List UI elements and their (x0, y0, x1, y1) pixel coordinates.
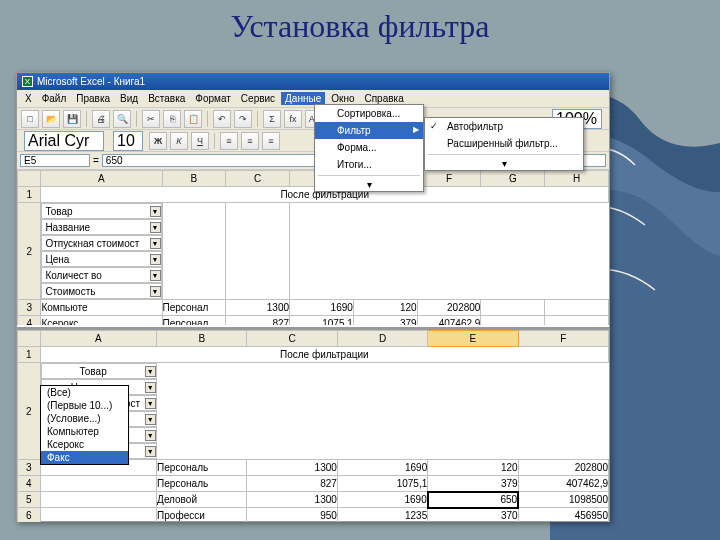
cell[interactable]: 950 (247, 508, 337, 523)
cell[interactable]: Професси (157, 508, 247, 523)
filter-arrow-icon[interactable]: ▼ (150, 270, 161, 281)
cell[interactable]: 407462,9 (417, 316, 481, 326)
cell[interactable] (40, 492, 157, 508)
filter-arrow-icon[interactable]: ▼ (150, 222, 161, 233)
filter-arrow-icon[interactable]: ▼ (145, 446, 156, 457)
bold-icon[interactable]: Ж (149, 132, 167, 150)
menu-advfilter[interactable]: Расширенный фильтр... (425, 135, 583, 152)
menu-autofilter[interactable]: ✓Автофильтр (425, 118, 583, 135)
col-header[interactable]: B (157, 331, 247, 347)
row-header[interactable]: 4 (18, 316, 41, 326)
filter-arrow-icon[interactable]: ▼ (150, 286, 161, 297)
undo-icon[interactable]: ↶ (213, 110, 231, 128)
align-right-icon[interactable]: ≡ (262, 132, 280, 150)
cell[interactable]: 1235 (337, 508, 427, 523)
cell[interactable]: 1075,1 (337, 476, 427, 492)
cell[interactable]: Персонал (162, 300, 226, 316)
menu-expand[interactable]: ▾ (315, 178, 423, 191)
print-icon[interactable]: 🖨 (92, 110, 110, 128)
cut-icon[interactable]: ✂ (142, 110, 160, 128)
cell[interactable]: 370 (428, 508, 518, 523)
filter-arrow-icon[interactable]: ▼ (150, 206, 161, 217)
menu-filter[interactable]: Фильтр▶ (315, 122, 423, 139)
row-header[interactable]: 3 (18, 300, 41, 316)
col-header[interactable]: E (428, 331, 518, 347)
cell[interactable]: 1690 (290, 300, 354, 316)
paste-icon[interactable]: 📋 (184, 110, 202, 128)
cell[interactable]: 1300 (247, 460, 337, 476)
font-name[interactable]: Arial Cyr (24, 131, 104, 151)
row-header[interactable]: 5 (18, 492, 41, 508)
menu-edit[interactable]: Правка (72, 92, 114, 105)
sum-icon[interactable]: Σ (263, 110, 281, 128)
menu-form[interactable]: Форма... (315, 139, 423, 156)
col-header[interactable]: C (226, 171, 290, 187)
filter-arrow-icon[interactable]: ▼ (145, 382, 156, 393)
filter-arrow-icon[interactable]: ▼ (150, 254, 161, 265)
align-left-icon[interactable]: ≡ (220, 132, 238, 150)
filter-option[interactable]: (Условие...) (41, 412, 128, 425)
col-header[interactable]: B (162, 171, 226, 187)
row-header[interactable]: 6 (18, 508, 41, 523)
cell[interactable]: 407462,9 (518, 476, 608, 492)
col-header[interactable]: A (41, 171, 162, 187)
filter-option[interactable]: (Все) (41, 386, 128, 399)
menu-view[interactable]: Вид (116, 92, 142, 105)
cell[interactable]: 379 (353, 316, 417, 326)
cell[interactable]: 650 (428, 492, 518, 508)
filter-arrow-icon[interactable]: ▼ (150, 238, 161, 249)
filter-dropdown[interactable]: (Все)(Первые 10...)(Условие...)Компьютер… (40, 385, 129, 465)
cell[interactable]: 827 (247, 476, 337, 492)
col-header[interactable]: H (545, 171, 609, 187)
cell[interactable]: Персональ (157, 476, 247, 492)
filter-arrow-icon[interactable]: ▼ (145, 398, 156, 409)
filter-option[interactable]: Ксерокс (41, 438, 128, 451)
row-header[interactable]: 3 (18, 460, 41, 476)
menu-format[interactable]: Формат (191, 92, 235, 105)
row-header[interactable]: 4 (18, 476, 41, 492)
row-header[interactable]: 2 (18, 203, 41, 300)
filter-arrow-icon[interactable]: ▼ (145, 366, 156, 377)
row-header[interactable]: 2 (18, 363, 41, 460)
cell[interactable]: 120 (428, 460, 518, 476)
name-box[interactable]: E5 (20, 154, 90, 167)
cell[interactable]: 202800 (417, 300, 481, 316)
cell[interactable] (40, 476, 157, 492)
filter-option[interactable]: (Первые 10...) (41, 399, 128, 412)
col-header[interactable]: C (247, 331, 337, 347)
cell[interactable]: 1300 (247, 492, 337, 508)
cell[interactable]: Персонал (162, 316, 226, 326)
col-header[interactable]: F (417, 171, 481, 187)
redo-icon[interactable]: ↷ (234, 110, 252, 128)
italic-icon[interactable]: К (170, 132, 188, 150)
filter-option[interactable]: Компьютер (41, 425, 128, 438)
cell[interactable]: Персональ (157, 460, 247, 476)
cell[interactable]: 202800 (518, 460, 608, 476)
cell[interactable]: 120 (353, 300, 417, 316)
cell[interactable]: 827 (226, 316, 290, 326)
cell[interactable] (40, 508, 157, 523)
cell[interactable]: 1690 (337, 492, 427, 508)
open-icon[interactable]: 📂 (42, 110, 60, 128)
cell[interactable]: 456950 (518, 508, 608, 523)
menu-tools[interactable]: Сервис (237, 92, 279, 105)
menu-subtotals[interactable]: Итоги... (315, 156, 423, 173)
cell[interactable]: 1098500 (518, 492, 608, 508)
new-icon[interactable]: □ (21, 110, 39, 128)
preview-icon[interactable]: 🔍 (113, 110, 131, 128)
menu-file[interactable]: Файл (38, 92, 71, 105)
cell[interactable]: 379 (428, 476, 518, 492)
fx-icon[interactable]: fx (284, 110, 302, 128)
cell[interactable]: 1300 (226, 300, 290, 316)
save-icon[interactable]: 💾 (63, 110, 81, 128)
col-header[interactable]: F (518, 331, 608, 347)
underline-icon[interactable]: Ч (191, 132, 209, 150)
menu-sort[interactable]: Сортировка... (315, 105, 423, 122)
data-menu-dropdown[interactable]: Сортировка... Фильтр▶ Форма... Итоги... … (314, 104, 424, 192)
col-header[interactable]: G (481, 171, 545, 187)
font-size[interactable]: 10 (113, 131, 143, 151)
menu-insert[interactable]: Вставка (144, 92, 189, 105)
copy-icon[interactable]: ⎘ (163, 110, 181, 128)
menu-expand2[interactable]: ▾ (425, 157, 583, 170)
filter-arrow-icon[interactable]: ▼ (145, 414, 156, 425)
